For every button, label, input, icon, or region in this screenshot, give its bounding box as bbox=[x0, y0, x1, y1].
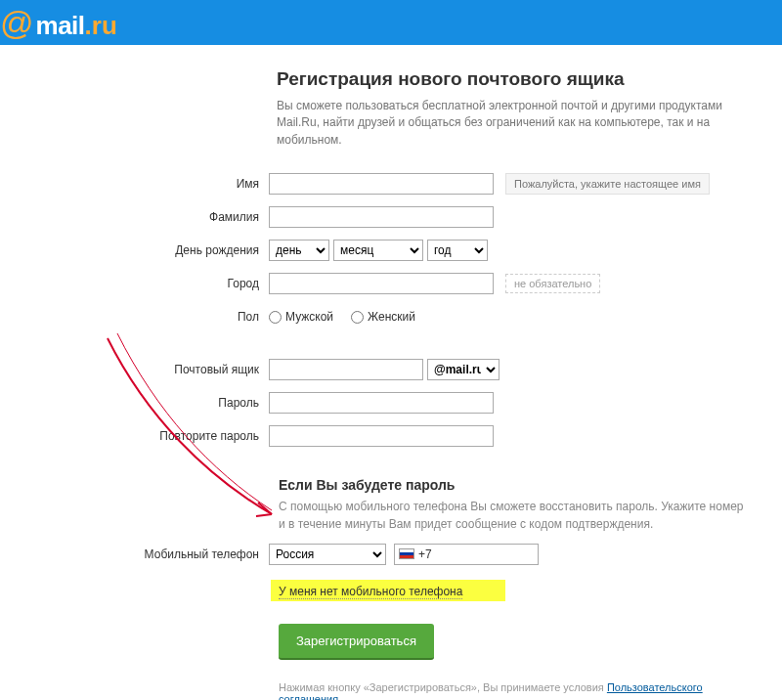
flag-ru-icon bbox=[399, 548, 414, 559]
password-input[interactable] bbox=[269, 392, 494, 414]
birthday-day-select[interactable]: день bbox=[269, 240, 329, 261]
recovery-desc: С помощью мобильного телефона Вы сможете… bbox=[279, 499, 753, 533]
gender-male-radio[interactable] bbox=[269, 311, 282, 324]
page-subtitle: Вы сможете пользоваться бесплатной элект… bbox=[277, 98, 753, 149]
phone-country-select[interactable]: Россия bbox=[269, 544, 386, 565]
label-first-name: Имя bbox=[0, 177, 269, 191]
terms-prefix: Нажимая кнопку «Зарегистрироваться», Вы … bbox=[279, 681, 607, 693]
logo-text-dot: . bbox=[85, 11, 92, 41]
logo-text-ru: ru bbox=[92, 11, 117, 41]
hint-real-name: Пожалуйста, укажите настоящее имя bbox=[505, 173, 710, 195]
label-gender: Пол bbox=[0, 310, 269, 324]
city-input[interactable] bbox=[269, 273, 494, 294]
label-city: Город bbox=[0, 277, 269, 290]
page-title: Регистрация нового почтового ящика bbox=[277, 68, 753, 90]
submit-button[interactable]: Зарегистрироваться bbox=[279, 624, 434, 660]
gender-female-label: Женский bbox=[368, 310, 415, 324]
password-repeat-input[interactable] bbox=[269, 425, 494, 447]
label-last-name: Фамилия bbox=[0, 210, 269, 224]
birthday-month-select[interactable]: месяц bbox=[333, 240, 423, 261]
gender-female-radio[interactable] bbox=[351, 311, 364, 324]
label-mailbox: Почтовый ящик bbox=[0, 363, 269, 376]
gender-male-label: Мужской bbox=[285, 310, 333, 324]
hint-optional: не обязательно bbox=[505, 274, 600, 293]
first-name-input[interactable] bbox=[269, 173, 494, 195]
phone-prefix: +7 bbox=[418, 547, 432, 561]
label-mobile: Мобильный телефон bbox=[0, 547, 269, 561]
label-birthday: День рождения bbox=[0, 243, 269, 257]
gender-male-option[interactable]: Мужской bbox=[269, 310, 333, 324]
gender-female-option[interactable]: Женский bbox=[351, 310, 415, 324]
birthday-year-select[interactable]: год bbox=[427, 240, 488, 261]
logo-at-icon: @ bbox=[0, 4, 34, 42]
terms-suffix: . bbox=[338, 693, 341, 700]
label-password: Пароль bbox=[0, 396, 269, 410]
site-header: @ mail . ru bbox=[0, 0, 782, 45]
site-logo[interactable]: @ mail . ru bbox=[0, 4, 117, 42]
mailbox-domain-select[interactable]: @mail.ru bbox=[427, 359, 500, 380]
logo-text-mail: mail bbox=[36, 11, 85, 41]
phone-input-wrap[interactable]: +7 bbox=[394, 544, 539, 565]
recovery-title: Если Вы забудете пароль bbox=[279, 477, 753, 493]
last-name-input[interactable] bbox=[269, 206, 494, 228]
terms-text: Нажимая кнопку «Зарегистрироваться», Вы … bbox=[279, 681, 753, 700]
label-password-repeat: Повторите пароль bbox=[0, 429, 269, 443]
mailbox-input[interactable] bbox=[269, 359, 423, 380]
no-phone-link[interactable]: У меня нет мобильного телефона bbox=[279, 585, 462, 599]
